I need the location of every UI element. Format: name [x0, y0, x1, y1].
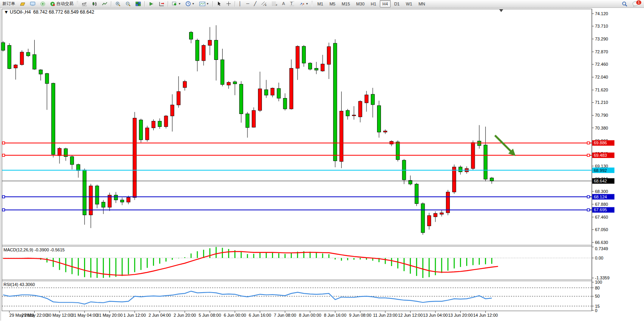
search-button[interactable]	[620, 0, 630, 7]
time-axis-label: 2 Jun 20:00	[174, 313, 196, 317]
chart-shift-button[interactable]	[157, 0, 166, 7]
text-button[interactable]: A	[280, 0, 287, 7]
indicators-button[interactable]: ▼	[170, 0, 183, 7]
toolbar-separator	[168, 1, 168, 7]
candle-bear	[265, 89, 268, 95]
rsi-axis-label: 0	[595, 308, 597, 313]
candlestick-button[interactable]	[90, 0, 99, 7]
candle-bull	[20, 52, 24, 65]
chevron-down-icon: ▼	[206, 2, 209, 5]
candle-bear	[346, 111, 349, 116]
line-handle[interactable]	[587, 209, 590, 211]
line-handle[interactable]	[2, 154, 5, 156]
candle-bear	[26, 53, 30, 56]
line-handle[interactable]	[2, 196, 5, 198]
candle-bull	[365, 95, 368, 103]
time-axis-label: 8 Jun 16:00	[324, 313, 347, 317]
bar-chart-button[interactable]	[80, 0, 89, 7]
templates-button[interactable]: ▼	[197, 0, 211, 7]
candle-bear	[114, 195, 118, 200]
shapes-button[interactable]: ▼	[297, 0, 310, 7]
candle-bear	[484, 145, 487, 179]
timeframe-w1[interactable]: W1	[403, 0, 415, 7]
line-handle[interactable]	[587, 196, 590, 198]
trendline-button[interactable]: ╱	[252, 0, 258, 7]
horizontal-line-icon: ─	[246, 2, 249, 6]
timeframe-m1[interactable]: M1	[314, 0, 326, 7]
periods-button[interactable]: ▼	[184, 0, 197, 7]
price-axis-label: 72.040	[595, 75, 608, 79]
autotrading-button[interactable]: 自动交易	[48, 0, 75, 7]
timeframe-m15[interactable]: M15	[339, 0, 353, 7]
timeframe-mn[interactable]: MN	[416, 0, 428, 7]
macd-axis-label: 0.00	[595, 256, 603, 260]
auto-scroll-icon	[149, 2, 154, 6]
candle-bear	[246, 114, 249, 128]
toolbar-grip	[311, 1, 313, 7]
tile-windows-button[interactable]	[133, 0, 143, 7]
line-handle[interactable]	[2, 209, 5, 211]
signal-button[interactable]	[38, 0, 47, 7]
chart-canvas[interactable]: 74.12073.71073.29072.87072.46072.04071.6…	[0, 8, 644, 321]
candle-bear	[308, 63, 312, 69]
candle-bull	[290, 68, 293, 109]
price-axis-label: 67.460	[595, 215, 608, 219]
macd-label: MACD(12,26,9) -0.3900 -0.5615	[4, 247, 65, 252]
line-handle[interactable]	[587, 154, 590, 156]
terminal-icon	[30, 2, 35, 6]
candle-bull	[208, 40, 212, 45]
line-handle[interactable]	[2, 142, 5, 144]
horizontal-line-button[interactable]: ─	[244, 0, 251, 7]
timeframe-h1[interactable]: H1	[368, 0, 379, 7]
candle-bear	[277, 88, 281, 98]
candle-bull	[183, 81, 186, 88]
zoom-in-icon	[115, 1, 121, 6]
timeframe-h4[interactable]: H4	[380, 0, 391, 7]
line-handle[interactable]	[587, 142, 590, 144]
zoom-out-button[interactable]	[123, 0, 133, 7]
chart-shift-icon	[159, 2, 164, 6]
auto-scroll-button[interactable]	[147, 0, 156, 7]
line-chart-button[interactable]	[100, 0, 109, 7]
candle-bear	[33, 54, 36, 69]
price-axis-label: 68.300	[595, 189, 608, 194]
terminal-button[interactable]	[28, 0, 37, 7]
price-axis-label: 73.710	[595, 24, 608, 28]
fibonacci-button[interactable]: F	[270, 0, 279, 7]
macd-axis-label: 0.7349	[595, 246, 608, 251]
channel-button[interactable]: E	[259, 0, 269, 7]
new-order-button[interactable]: 新订单	[0, 0, 17, 7]
toolbar-separator	[111, 1, 112, 7]
svg-text:E: E	[265, 4, 267, 6]
price-axis-label: 72.870	[595, 49, 608, 54]
candle-bull	[440, 213, 444, 214]
time-axis-label: 5 Jun 08:00	[199, 313, 221, 317]
cursor-button[interactable]	[215, 0, 223, 7]
candle-bear	[39, 70, 42, 74]
zoom-in-button[interactable]	[113, 0, 123, 7]
candle-bear	[2, 43, 5, 51]
timeframe-m5[interactable]: M5	[327, 0, 338, 7]
indicators-icon	[172, 1, 177, 6]
chevron-down-icon: ▼	[192, 2, 195, 5]
zoom-out-icon	[125, 1, 131, 6]
timeframe-m30[interactable]: M30	[353, 0, 367, 7]
text-label-button[interactable]: T	[288, 0, 297, 7]
price-badge-text: 69.483	[594, 153, 607, 158]
candle-bear	[459, 167, 462, 172]
candle-bull	[133, 118, 137, 198]
time-axis-label: 2 Jun 04:00	[149, 313, 171, 317]
candle-bull	[296, 46, 299, 68]
symbol-header: ▼ USOil-,H468.742 68.772 68.549 68.642	[4, 9, 94, 15]
chat-button[interactable]: 1	[630, 0, 641, 7]
profile-button[interactable]	[18, 0, 27, 7]
crosshair-button[interactable]	[224, 0, 233, 7]
candle-bear	[77, 165, 80, 171]
text-label-icon: T	[290, 1, 295, 6]
candle-bear	[315, 68, 318, 70]
timeframe-d1[interactable]: D1	[391, 0, 402, 7]
candle-bear	[490, 178, 493, 181]
tile-windows-icon	[135, 2, 141, 6]
vertical-line-button[interactable]: │	[237, 0, 244, 7]
chart-window[interactable]: 74.12073.71073.29072.87072.46072.04071.6…	[0, 8, 644, 321]
